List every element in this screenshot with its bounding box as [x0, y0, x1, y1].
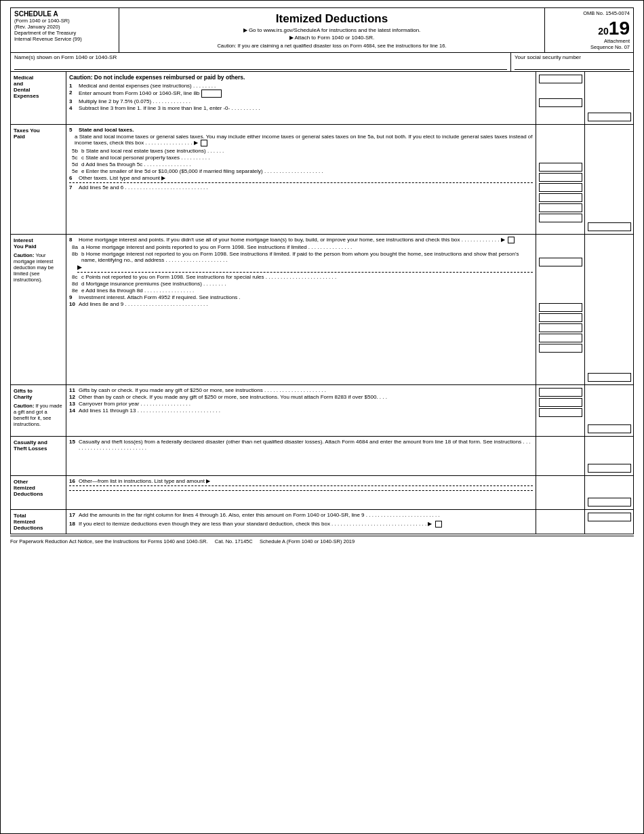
line-8e-label: 8e [72, 287, 81, 294]
line-8d-box[interactable] [539, 323, 582, 332]
line-8d-label: 8d [72, 281, 81, 287]
line-5d-box[interactable] [539, 193, 582, 202]
interest-caution: Caution: Your mortgage interest deductio… [14, 252, 63, 283]
total-label: Total Itemized Deductions [11, 510, 66, 534]
taxes-content: 5 State and local taxes. a State and loc… [66, 125, 536, 234]
interest-caution-label: Caution: [14, 252, 34, 258]
name-field: Name(s) shown on Form 1040 or 1040-SR [11, 53, 511, 71]
line-4-spacer [586, 73, 632, 111]
line-5e-num: 5e [72, 168, 81, 174]
rev-label: (Rev. January 2020) [14, 24, 115, 30]
line-5b-text: b State and local real estate taxes (see… [81, 148, 533, 154]
line-9-box[interactable] [539, 344, 582, 353]
gifts-col2 [536, 385, 584, 436]
line-18-row: 18 If you elect to itemize deductions ev… [69, 521, 533, 528]
year-box: 2019 [598, 16, 630, 38]
name-input-line[interactable] [14, 62, 507, 70]
line-14-row: 14 Add lines 11 through 13 . . . . . . .… [69, 408, 533, 414]
line-18-checkbox[interactable] [435, 521, 442, 528]
line-8c-row: 8c c Points not reported to you on Form … [72, 274, 533, 280]
gifts-caution-label: Caution: [14, 403, 34, 409]
header-right: OMB No. 1545-0074 2019 Attachment Sequen… [545, 8, 633, 52]
line-8-row: 8 Home mortgage interest and points. If … [69, 237, 533, 243]
line-13-num: 13 [69, 401, 79, 407]
line-5c-box[interactable] [539, 183, 582, 192]
total-content: 17 Add the amounts in the far right colu… [66, 510, 536, 534]
other-title-2: Itemized [14, 485, 63, 491]
instruction2: ▶ Attach to Form 1040 or 1040-SR. [289, 35, 375, 41]
gifts-caution: Caution: If you made a gift and got a be… [14, 403, 63, 427]
line-16-box[interactable] [588, 498, 631, 507]
line-17-row: 17 Add the amounts in the far right colu… [69, 512, 533, 518]
dept-label: Department of the Treasury [14, 30, 115, 36]
ssn-input-line[interactable] [515, 62, 630, 70]
year-number: 20 [598, 26, 609, 37]
line-1-box[interactable] [539, 75, 582, 83]
other-section: Other Itemized Deductions 16 Other—from … [11, 476, 633, 510]
line-8c-text: c Points not reported to you on Form 109… [81, 274, 533, 280]
medical-section: Medical and Dental Expenses Caution: Do … [11, 72, 633, 125]
line-8-checkbox[interactable] [508, 237, 515, 243]
line-8d-text: d Mortgage insurance premiums (see instr… [81, 281, 533, 287]
int-col3-spacer [586, 236, 632, 372]
interest-col3 [584, 235, 633, 384]
line-4-box[interactable] [588, 113, 631, 121]
line-8e-box[interactable] [539, 334, 582, 342]
line-8a-box[interactable] [539, 258, 582, 266]
line-8b-label: 8b [72, 251, 81, 257]
year-bold: 19 [609, 18, 630, 39]
medical-col2 [536, 72, 584, 124]
line-10-text: Add lines 8e and 9 . . . . . . . . . . .… [79, 301, 533, 307]
line-13-row: 13 Carryover from prior year . . . . . .… [69, 401, 533, 407]
line-12-box[interactable] [539, 398, 582, 407]
line-13-box[interactable] [539, 408, 582, 417]
attachment-label: Attachment [604, 38, 630, 44]
line-3-num: 3 [69, 98, 79, 104]
line-9-row: 9 Investment interest. Attach Form 4952 … [69, 294, 533, 300]
line-14-box[interactable] [588, 424, 631, 433]
line-1-row: 1 Medical and dental expenses (see instr… [69, 83, 533, 89]
line-10-box[interactable] [588, 373, 631, 382]
name-label: Name(s) shown on Form 1040 or 1040-SR [14, 54, 117, 60]
line-3-box[interactable] [539, 98, 582, 107]
line-8c-box[interactable] [539, 313, 582, 322]
line-8b-text: b Home mortgage interest not reported to… [81, 251, 533, 263]
line-11-num: 11 [69, 387, 79, 393]
other-col3 [584, 476, 633, 509]
gifts-content: 11 Gifts by cash or check. If you made a… [66, 385, 536, 436]
line-5-num: 5 [69, 127, 79, 133]
medical-title-3: Dental [14, 87, 63, 93]
line-14-num: 14 [69, 408, 79, 414]
line-5e-box[interactable] [539, 203, 582, 212]
taxes-title-1: Taxes You [14, 127, 63, 134]
line-5b-row: 5b b State and local real estate taxes (… [72, 148, 533, 154]
interest-label: Interest You Paid Caution: Your mortgage… [11, 235, 66, 384]
taxes-col3 [584, 125, 633, 234]
line-8b-arrow-line: ▶ [77, 264, 533, 273]
taxes-section: Taxes You Paid 5 State and local taxes. … [11, 125, 633, 235]
irs-label: Internal Revenue Service (99) [14, 36, 115, 42]
line-16-num: 16 [69, 478, 79, 484]
line-5c-num: 5c [72, 155, 81, 161]
line-5a-checkbox[interactable] [201, 140, 207, 146]
line-6-box[interactable] [539, 214, 582, 222]
other-content: 16 Other—from list in instructions. List… [66, 476, 536, 509]
line-8b-box[interactable] [539, 303, 582, 312]
line-8-num: 8 [69, 237, 79, 243]
line-3-text: Multiply line 2 by 7.5% (0.075) . . . . … [79, 98, 533, 104]
line-5d-num: 5d [72, 161, 81, 167]
line-5b-box[interactable] [539, 173, 582, 182]
gifts-title-2: Charity [14, 394, 63, 400]
name-ssn-row: Name(s) shown on Form 1040 or 1040-SR Yo… [10, 53, 634, 72]
line-2-input[interactable] [201, 90, 222, 98]
line-13-text: Carryover from prior year . . . . . . . … [79, 401, 533, 407]
line-15-box[interactable] [588, 464, 631, 473]
line-5a-box[interactable] [539, 163, 582, 172]
line-8a-label: 8a [72, 244, 81, 250]
line-7-row: 7 Add lines 5e and 6 . . . . . . . . . .… [69, 184, 533, 191]
line-17-box[interactable] [588, 513, 631, 521]
line-6-num: 6 [69, 175, 79, 181]
taxes-label: Taxes You Paid [11, 125, 66, 234]
line-7-box[interactable] [588, 222, 631, 231]
line-11-box[interactable] [539, 388, 582, 397]
